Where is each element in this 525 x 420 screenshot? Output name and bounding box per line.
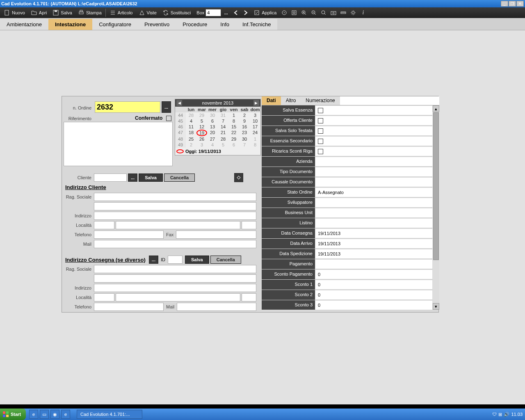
tab-inf.tecniche[interactable]: Inf.Tecniche bbox=[236, 19, 277, 30]
prov-input[interactable] bbox=[242, 221, 256, 229]
viste-button[interactable]: Viste bbox=[136, 8, 160, 17]
indirizzo-input[interactable] bbox=[94, 212, 256, 220]
cal-cell[interactable]: 14 bbox=[218, 124, 228, 130]
tab-info[interactable]: Info bbox=[214, 19, 236, 30]
prop-checkbox[interactable] bbox=[318, 128, 323, 134]
next-button[interactable] bbox=[241, 8, 251, 17]
cal-cell[interactable]: 15 bbox=[228, 124, 239, 130]
cal-cell[interactable]: 7 bbox=[239, 142, 250, 148]
tab-procedure[interactable]: Procedure bbox=[176, 19, 214, 30]
zoom-out-icon[interactable] bbox=[309, 8, 319, 17]
ruler-icon[interactable] bbox=[338, 8, 348, 17]
cal-cell[interactable]: 31 bbox=[218, 112, 228, 118]
start-button[interactable]: Start bbox=[0, 409, 26, 420]
close-button[interactable]: ✕ bbox=[516, 1, 524, 7]
cal-cell[interactable]: 7 bbox=[218, 118, 228, 124]
c-mail-input[interactable] bbox=[177, 303, 256, 311]
prop-value[interactable] bbox=[315, 105, 433, 115]
system-tray[interactable]: 🛡 ⊞ 🔊 11.03 bbox=[490, 412, 525, 417]
c-prov-input[interactable] bbox=[242, 293, 256, 301]
cal-cell[interactable]: 11 bbox=[186, 124, 196, 130]
prop-checkbox[interactable] bbox=[318, 139, 323, 144]
prop-value[interactable] bbox=[315, 208, 433, 218]
articolo-button[interactable]: Articolo bbox=[107, 8, 136, 17]
cal-cell[interactable]: 28 bbox=[186, 112, 196, 118]
prop-tab-dati[interactable]: Dati bbox=[262, 96, 281, 105]
tray-icon[interactable]: ⊞ bbox=[498, 412, 502, 417]
tray-icon[interactable]: 🔊 bbox=[504, 412, 509, 417]
prop-tab-altro[interactable]: Altro bbox=[281, 96, 301, 105]
ragsoc-input[interactable] bbox=[94, 193, 256, 201]
prop-value[interactable] bbox=[315, 177, 433, 187]
prop-value[interactable]: 19/11/2013 bbox=[315, 228, 433, 238]
cal-cell[interactable]: 9 bbox=[239, 118, 250, 124]
cal-cell[interactable]: 30 bbox=[239, 136, 250, 142]
consegna-cancella-button[interactable]: Cancella bbox=[210, 256, 241, 264]
prop-value[interactable] bbox=[315, 146, 433, 156]
cal-cell[interactable]: 6 bbox=[207, 118, 218, 124]
prop-value[interactable]: 0 bbox=[315, 280, 433, 290]
target-icon[interactable] bbox=[279, 8, 289, 17]
prop-value[interactable] bbox=[315, 198, 433, 208]
consegna-more-button[interactable]: ... bbox=[149, 256, 158, 264]
sostituisci-button[interactable]: Sostituisci bbox=[160, 8, 194, 17]
prev-button[interactable] bbox=[231, 8, 241, 17]
properties-scrollbar[interactable]: ▴ ▾ bbox=[433, 105, 439, 310]
prop-value[interactable]: 19/11/2013 bbox=[315, 239, 433, 249]
c-ragsoc-input[interactable] bbox=[94, 265, 256, 273]
cal-cell[interactable]: 30 bbox=[207, 112, 218, 118]
cal-cell[interactable]: 28 bbox=[218, 136, 228, 142]
gear-icon[interactable] bbox=[348, 8, 358, 17]
calendar-footer[interactable]: Oggi: 19/11/2013 bbox=[175, 148, 260, 155]
cliente-salva-button[interactable]: Salva bbox=[139, 173, 163, 182]
cal-cell[interactable]: 3 bbox=[250, 112, 260, 118]
cliente-input[interactable] bbox=[94, 173, 127, 182]
riferimento-textarea[interactable] bbox=[64, 122, 173, 166]
cap-input[interactable] bbox=[94, 221, 114, 229]
zoom-fit-icon[interactable] bbox=[319, 8, 329, 17]
cal-cell[interactable]: 19 bbox=[196, 130, 207, 136]
zoom-in-icon[interactable] bbox=[299, 8, 309, 17]
confermato-checkbox[interactable] bbox=[166, 116, 171, 121]
c-telefono-input[interactable] bbox=[94, 303, 164, 311]
fullscreen-icon[interactable] bbox=[289, 8, 299, 17]
id-input[interactable] bbox=[168, 256, 183, 264]
cal-cell[interactable]: 8 bbox=[250, 142, 260, 148]
c-localita-input[interactable] bbox=[116, 293, 240, 301]
prop-value[interactable] bbox=[315, 157, 433, 167]
camera-icon[interactable] bbox=[329, 8, 338, 17]
cal-prev-button[interactable]: ◀ bbox=[176, 100, 182, 106]
cal-cell[interactable]: 5 bbox=[218, 142, 228, 148]
ragsoc2-input[interactable] bbox=[94, 202, 256, 210]
prop-value[interactable]: 19/11/2013 bbox=[315, 249, 433, 259]
cal-cell[interactable]: 6 bbox=[228, 142, 239, 148]
prop-value[interactable] bbox=[315, 167, 433, 177]
cal-cell[interactable]: 1 bbox=[228, 112, 239, 118]
c-indirizzo-input[interactable] bbox=[94, 284, 256, 292]
cal-cell[interactable]: 22 bbox=[228, 130, 239, 136]
box-more-button[interactable]: ... bbox=[221, 8, 231, 17]
tray-icon[interactable]: 🛡 bbox=[492, 412, 497, 417]
maximize-button[interactable]: ❐ bbox=[509, 1, 516, 7]
prop-value[interactable]: 0 bbox=[315, 300, 433, 310]
cal-cell[interactable]: 27 bbox=[207, 136, 218, 142]
cliente-cancella-button[interactable]: Cancella bbox=[164, 173, 195, 182]
box-input[interactable] bbox=[205, 9, 221, 16]
cal-cell[interactable]: 4 bbox=[207, 142, 218, 148]
cal-cell[interactable]: 29 bbox=[196, 112, 207, 118]
taskbar-app[interactable]: Cad Evolution 4.1.701:... bbox=[77, 410, 142, 419]
cal-cell[interactable]: 12 bbox=[196, 124, 207, 130]
tab-configuratore[interactable]: Configuratore bbox=[92, 19, 138, 30]
cal-cell[interactable]: 29 bbox=[228, 136, 239, 142]
cal-cell[interactable]: 5 bbox=[196, 118, 207, 124]
quick-ie-icon[interactable]: e bbox=[29, 410, 38, 419]
cal-cell[interactable]: 24 bbox=[250, 130, 260, 136]
cal-cell[interactable]: 25 bbox=[186, 136, 196, 142]
cal-cell[interactable]: 8 bbox=[228, 118, 239, 124]
salva-button[interactable]: Salva bbox=[50, 8, 75, 17]
fax-input[interactable] bbox=[176, 231, 256, 239]
cal-cell[interactable]: 16 bbox=[239, 124, 250, 130]
cal-cell[interactable]: 1 bbox=[250, 136, 260, 142]
tab-preventivo[interactable]: Preventivo bbox=[138, 19, 176, 30]
cal-cell[interactable]: 13 bbox=[207, 124, 218, 130]
